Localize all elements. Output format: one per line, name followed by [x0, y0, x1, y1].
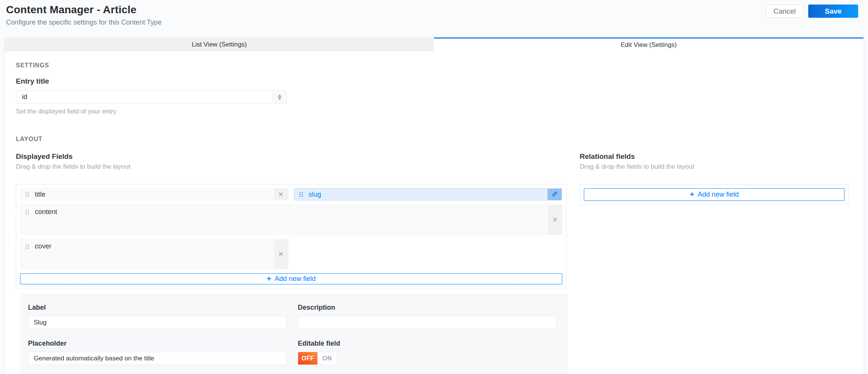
edit-field-button[interactable]: ✎ — [548, 189, 562, 200]
description-field-group: Description — [298, 304, 557, 329]
drag-handle-icon[interactable] — [299, 191, 304, 198]
plus-icon: + — [267, 275, 271, 282]
entry-title-select-value: id — [16, 93, 272, 101]
remove-field-button[interactable]: ✕ — [548, 205, 562, 234]
label-field-group: Label — [28, 304, 287, 329]
field-item-main: cover — [20, 239, 274, 269]
editable-field-label: Editable field — [298, 340, 557, 348]
field-item-main: title — [20, 189, 274, 200]
field-item-cover[interactable]: cover✕ — [20, 239, 288, 269]
drag-handle-icon[interactable] — [25, 209, 30, 216]
x-icon: ✕ — [552, 216, 557, 224]
remove-field-button[interactable]: ✕ — [274, 239, 288, 269]
field-item-title[interactable]: title✕ — [20, 188, 288, 200]
editable-field-toggle: OFF ON — [298, 352, 337, 365]
placeholder-input[interactable] — [28, 352, 287, 365]
add-relational-field-label: Add new field — [698, 191, 739, 199]
field-item-content[interactable]: content✕ — [20, 205, 562, 235]
placeholder-field-label: Placeholder — [28, 340, 287, 348]
field-name-label: content — [35, 208, 57, 216]
tab-list-view-settings[interactable]: List View (Settings) — [5, 37, 434, 51]
label-field-label: Label — [28, 304, 287, 312]
select-stepper-icon[interactable] — [272, 91, 286, 103]
toggle-off-option[interactable]: OFF — [298, 352, 317, 365]
field-item-slug[interactable]: slug✎ — [294, 188, 562, 200]
displayed-fields-dropzone: title✕slug✎content✕cover✕ + Add new fiel… — [16, 184, 566, 289]
relational-fields-column: Relational fields Drag & drop the fields… — [580, 152, 849, 289]
tab-edit-view-settings[interactable]: Edit View (Settings) — [434, 37, 863, 51]
drag-handle-icon[interactable] — [25, 244, 30, 250]
label-input[interactable] — [28, 316, 287, 329]
remove-field-button[interactable]: ✕ — [274, 189, 288, 200]
plus-icon: + — [690, 190, 694, 198]
field-item-main: slug — [294, 189, 548, 200]
add-new-field-button[interactable]: + Add new field — [20, 273, 562, 284]
field-name-label: title — [35, 191, 45, 199]
placeholder-field-group: Placeholder — [28, 340, 287, 365]
cancel-button[interactable]: Cancel — [766, 5, 803, 18]
displayed-fields-title: Displayed Fields — [16, 152, 566, 161]
entry-title-label: Entry title — [16, 77, 852, 85]
settings-card: List View (Settings) Edit View (Settings… — [5, 37, 863, 374]
displayed-fields-subtitle: Drag & drop the fields to build the layo… — [16, 163, 566, 171]
x-icon: ✕ — [278, 191, 283, 199]
relational-fields-title: Relational fields — [580, 152, 849, 161]
page-title: Content Manager - Article — [6, 4, 162, 16]
caret-up-icon — [278, 95, 282, 97]
displayed-fields-column: Displayed Fields Drag & drop the fields … — [16, 152, 566, 289]
pencil-icon: ✎ — [551, 190, 558, 199]
settings-section-heading: SETTINGS — [16, 62, 852, 69]
relational-fields-dropzone: + Add new field — [580, 184, 849, 205]
page-header-text: Content Manager - Article Configure the … — [6, 4, 162, 26]
save-button[interactable]: Save — [808, 5, 858, 18]
field-name-label: cover — [35, 242, 51, 250]
drag-handle-icon[interactable] — [25, 191, 30, 198]
x-icon: ✕ — [278, 250, 283, 258]
card-body: SETTINGS Entry title id Set the displaye… — [5, 51, 863, 374]
entry-title-help: Set the displayed field of your entry — [16, 108, 852, 115]
page-header: Content Manager - Article Configure the … — [0, 0, 868, 37]
field-edit-form: Label Description Placeholder Editable f… — [20, 294, 568, 374]
field-item-main: content — [20, 205, 548, 234]
editable-field-group: Editable field OFF ON — [298, 340, 557, 365]
caret-down-icon — [278, 98, 282, 100]
description-input[interactable] — [298, 316, 557, 329]
add-relational-field-button[interactable]: + Add new field — [584, 188, 845, 201]
layout-columns: Displayed Fields Drag & drop the fields … — [16, 152, 852, 289]
relational-fields-subtitle: Drag & drop the fields to build the layo… — [580, 163, 849, 171]
layout-section-heading: LAYOUT — [16, 136, 852, 143]
entry-title-select[interactable]: id — [16, 90, 287, 104]
add-new-field-label: Add new field — [275, 275, 316, 283]
description-field-label: Description — [298, 304, 557, 312]
displayed-fields-container: title✕slug✎content✕cover✕ — [20, 188, 562, 269]
page-subtitle: Configure the specific settings for this… — [6, 19, 162, 26]
toggle-on-option[interactable]: ON — [317, 352, 337, 365]
view-tabs: List View (Settings) Edit View (Settings… — [5, 37, 863, 51]
field-name-label: slug — [309, 191, 321, 199]
header-actions: Cancel Save — [766, 5, 858, 18]
